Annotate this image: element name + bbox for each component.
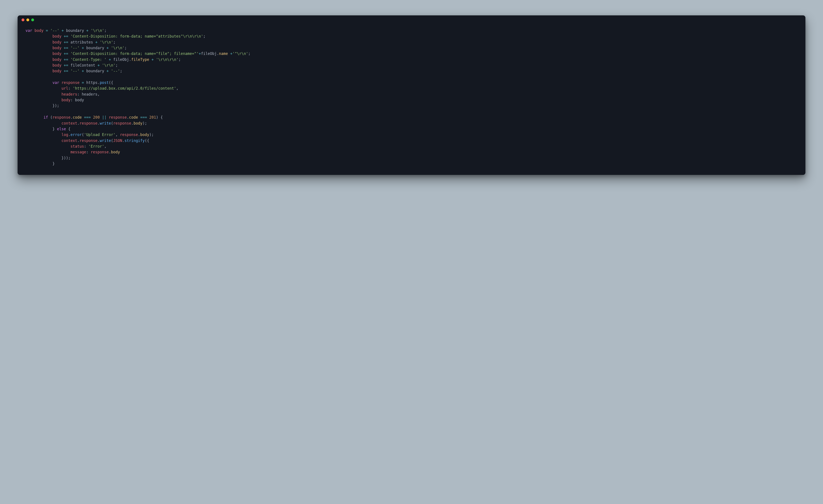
code-token: fileObj [201,51,217,56]
code-token: += [64,40,68,44]
code-token: : [84,144,88,149]
code-token [59,28,61,33]
code-token: + [82,46,84,50]
code-line: body += 'Content-Type: ' + fileObj.fileT… [25,57,798,62]
code-line: body += fileContent + '\r\n'; [25,62,798,68]
code-token: + [98,63,100,67]
code-line [25,109,798,115]
code-token: body [61,98,70,102]
code-token [100,115,102,120]
code-token [82,115,84,120]
code-token [91,115,93,120]
code-token: + [107,46,109,50]
code-token [61,69,64,73]
code-token [61,46,64,50]
code-line: })); [25,155,798,161]
code-token: 'https://upload.box.com/api/2.0/files/co… [73,86,176,91]
code-token: . [109,150,111,154]
code-token: fileObj [113,57,129,62]
code-token: body [52,63,61,67]
code-token: https [86,80,97,85]
code-token: }); [25,104,59,108]
code-token [25,80,52,85]
code-token: '\r\n' [91,28,104,33]
code-editor-content[interactable]: var body = '--' + boundary + '\r\n'; bod… [18,24,805,175]
code-token [25,40,52,44]
code-token [25,98,61,102]
code-token: response [91,150,109,154]
code-token: ; [113,40,115,44]
code-token: ( [48,115,52,120]
traffic-light-minimize-icon[interactable] [26,18,29,21]
traffic-light-close-icon[interactable] [21,18,24,21]
code-token: body [52,46,61,50]
code-token: ); [149,133,154,137]
code-token: context [61,121,77,126]
code-token [138,115,140,120]
code-token: ; [116,63,118,67]
code-token [61,57,64,62]
code-token: ); [142,121,147,126]
code-token: 'Content-Disposition: form-data; name="f… [70,51,199,56]
code-line: body += 'Content-Disposition: form-data;… [25,51,798,56]
code-token: : [68,86,72,91]
code-token: response [120,133,138,137]
code-token: ; [203,34,205,38]
code-token [100,63,102,67]
code-token [107,57,109,62]
code-token [104,69,106,73]
code-token: ({ [145,138,149,143]
code-token [154,57,156,62]
code-token: context [61,138,77,143]
code-token [68,51,70,56]
code-token [25,144,70,149]
code-token: , [115,133,120,137]
code-token [25,51,52,56]
code-token [43,28,46,33]
code-line: url: 'https://upload.box.com/api/2.0/fil… [25,86,798,91]
code-token: : [70,98,75,102]
code-token: ) { [156,115,163,120]
code-token: '\r\n' [100,40,113,44]
code-token: = [82,80,84,85]
code-token: . [77,121,79,126]
traffic-light-zoom-icon[interactable] [31,18,34,21]
code-token [61,63,64,67]
code-token: . [68,133,70,137]
code-token: headers [82,92,98,97]
code-line: headers: headers, [25,92,798,97]
code-token: , [98,92,100,97]
code-token: . [217,51,219,56]
code-token: = [46,28,48,33]
code-token: + [109,57,111,62]
code-token: === [84,115,91,120]
code-token: + [230,51,232,56]
code-token: 201 [149,115,156,120]
code-token: '--' [50,28,59,33]
code-token: + [95,40,97,44]
code-token: write [100,138,111,143]
code-token [228,51,230,56]
code-line: body += '--' + boundary + '\r\n'; [25,45,798,51]
code-token: fileType [131,57,149,62]
window-titlebar [18,15,805,24]
code-token: code [129,115,138,120]
code-token [48,28,50,33]
code-token: , [104,144,106,149]
code-token: body [34,28,43,33]
code-token: body [75,98,84,102]
code-token: '--' [111,69,120,73]
code-token: name [219,51,228,56]
code-token [25,69,52,73]
code-token [25,63,52,67]
code-token [64,28,66,33]
code-line: context.response.write(JSON.stringify({ [25,138,798,144]
code-line [25,74,798,80]
code-token [109,46,111,50]
code-token: += [64,69,68,73]
code-token [25,34,52,38]
code-token: status [70,144,84,149]
code-token [61,34,64,38]
code-token: body [52,69,61,73]
code-line: message: response.body [25,149,798,155]
